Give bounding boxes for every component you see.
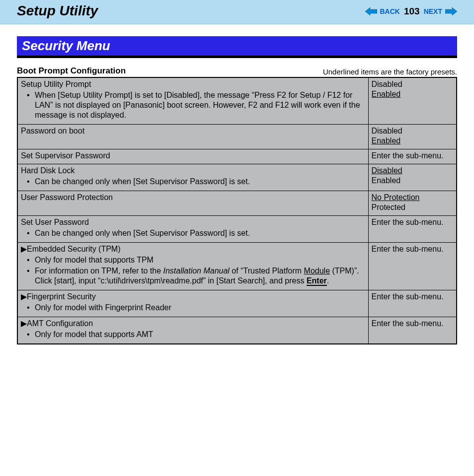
text-fragment: . — [327, 276, 329, 285]
setting-name: Hard Disk Lock — [21, 166, 75, 175]
submenu-label: Enter the sub-menu. — [372, 244, 454, 254]
enter-key: Enter — [307, 276, 327, 286]
module-underline: Module — [304, 267, 330, 275]
page-header: Setup Utility BACK 103 NEXT — [0, 0, 474, 24]
page: Setup Utility BACK 103 NEXT Security Men… — [0, 0, 474, 476]
submenu-label: Enter the sub-menu. — [372, 319, 454, 329]
table-row: Hard Disk Lock Can be changed only when … — [17, 164, 457, 191]
setting-value-cell: Enter the sub-menu. — [368, 216, 457, 243]
subsection-title: Boot Prompt Configuration — [17, 66, 126, 76]
option-enabled-default: Enabled — [372, 89, 454, 99]
option-enabled: Enabled — [372, 176, 454, 186]
setting-cell: Set Supervisor Password — [17, 149, 368, 164]
next-link[interactable]: NEXT — [424, 7, 442, 15]
setting-cell: ▶Embedded Security (TPM) Only for model … — [17, 243, 368, 290]
setting-cell: ▶AMT Configuration Only for model that s… — [17, 317, 368, 344]
option-disabled-default: Disabled — [372, 166, 454, 176]
setting-name: User Password Protection — [21, 193, 113, 202]
setting-value-cell: Enter the sub-menu. — [368, 290, 457, 317]
option-protected: Protected — [372, 203, 454, 212]
setting-cell: User Password Protection — [17, 191, 368, 216]
setting-value-cell: Enter the sub-menu. — [368, 317, 457, 344]
table-row: ▶AMT Configuration Only for model that s… — [17, 317, 457, 344]
setting-note: When [Setup Utility Prompt] is set to [D… — [35, 90, 365, 120]
text-fragment: For information on TPM, refer to the — [35, 267, 163, 275]
setting-name: Set Supervisor Password — [21, 151, 110, 160]
setting-cell: ▶Fingerprint Security Only for model wit… — [17, 290, 368, 317]
setting-name: Password on boot — [21, 127, 84, 135]
manual-name: Installation Manual — [163, 267, 229, 275]
table-row: Set User Password Can be changed only wh… — [17, 216, 457, 243]
option-noprotection-default: No Protection — [372, 193, 454, 203]
setting-name: Fingerprint Security — [27, 292, 96, 301]
setting-note: Can be changed only when [Set Supervisor… — [35, 177, 365, 187]
option-enabled-default: Enabled — [372, 136, 454, 146]
table-row: Set Supervisor Password Enter the sub-me… — [17, 149, 457, 164]
factory-preset-note: Underlined items are the factory presets… — [323, 68, 457, 76]
section-heading: Security Menu — [17, 36, 457, 58]
setting-name: Embedded Security (TPM) — [27, 245, 121, 253]
setting-note: Only for model that supports TPM — [35, 255, 365, 265]
settings-table: Setup Utility Prompt When [Setup Utility… — [17, 77, 457, 344]
section-underline — [17, 56, 457, 58]
setting-cell: Hard Disk Lock Can be changed only when … — [17, 164, 368, 191]
option-disabled: Disabled — [372, 79, 454, 89]
setting-cell: Password on boot — [17, 125, 368, 149]
table-row: ▶Fingerprint Security Only for model wit… — [17, 290, 457, 317]
setting-note: For information on TPM, refer to the Ins… — [35, 266, 365, 286]
svg-marker-0 — [365, 7, 377, 15]
setting-value-cell: Enter the sub-menu. — [368, 149, 457, 164]
option-disabled: Disabled — [372, 126, 454, 136]
table-row: ▶Embedded Security (TPM) Only for model … — [17, 243, 457, 290]
setting-name: Setup Utility Prompt — [21, 80, 91, 88]
submenu-label: Enter the sub-menu. — [372, 151, 454, 161]
subsection-header-row: Boot Prompt Configuration Underlined ite… — [17, 66, 457, 76]
text-fragment: of “Trusted Platform — [230, 267, 304, 275]
setting-note: Only for model that supports AMT — [35, 330, 365, 340]
setting-name: Set User Password — [21, 218, 89, 226]
setting-value-cell: Enter the sub-menu. — [368, 243, 457, 290]
page-nav: BACK 103 NEXT — [365, 6, 458, 17]
svg-marker-1 — [445, 7, 457, 15]
setting-value-cell: Disabled Enabled — [368, 77, 457, 125]
content: Security Menu Boot Prompt Configuration … — [0, 24, 474, 344]
next-arrow-icon[interactable] — [445, 6, 457, 16]
table-row: User Password Protection No Protection P… — [17, 191, 457, 216]
setting-name: AMT Configuration — [27, 319, 93, 328]
submenu-label: Enter the sub-menu. — [372, 217, 454, 227]
setting-value-cell: Disabled Enabled — [368, 125, 457, 149]
setting-cell: Setup Utility Prompt When [Setup Utility… — [17, 77, 368, 125]
table-row: Password on boot Disabled Enabled — [17, 125, 457, 149]
page-number: 103 — [404, 6, 420, 17]
submenu-arrow-icon: ▶ — [21, 245, 27, 253]
section-title: Security Menu — [17, 36, 457, 56]
submenu-arrow-icon: ▶ — [21, 292, 27, 301]
setting-note: Can be changed only when [Set Supervisor… — [35, 228, 365, 238]
page-title: Setup Utility — [17, 3, 98, 19]
back-link[interactable]: BACK — [380, 7, 400, 15]
submenu-label: Enter the sub-menu. — [372, 292, 454, 302]
setting-value-cell: Disabled Enabled — [368, 164, 457, 191]
submenu-arrow-icon: ▶ — [21, 319, 27, 328]
back-arrow-icon[interactable] — [365, 6, 377, 16]
setting-value-cell: No Protection Protected — [368, 191, 457, 216]
setting-note: Only for model with Fingerprint Reader — [35, 303, 365, 313]
setting-cell: Set User Password Can be changed only wh… — [17, 216, 368, 243]
table-row: Setup Utility Prompt When [Setup Utility… — [17, 77, 457, 125]
